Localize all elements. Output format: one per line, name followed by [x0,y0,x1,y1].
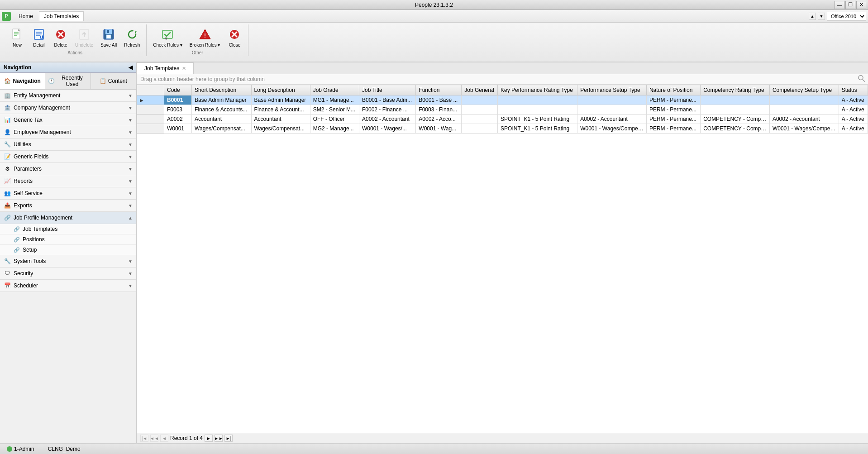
nav-arrow-up[interactable]: ▲ [809,13,816,20]
setup-sub-label: Setup [23,247,37,253]
sidebar-item-system-tools[interactable]: 🔧 System Tools ▼ [0,255,136,268]
menu-tab-job-templates[interactable]: Job Templates [39,11,84,21]
sidebar-item-parameters[interactable]: ⚙ Parameters ▼ [0,163,136,175]
page-next-next-btn[interactable]: ►► [215,435,223,442]
svg-marker-21 [135,31,137,33]
col-comp-rating-type[interactable]: Competency Rating Type [701,85,770,96]
nav-arrow-down[interactable]: ▼ [818,13,825,20]
search-icon[interactable] [858,75,865,82]
status-user[interactable]: 1-Admin [4,444,38,454]
page-next-btn[interactable]: ► [205,435,213,442]
sidebar-item-exports[interactable]: 📤 Exports ▼ [0,200,136,212]
positions-sub-label: Positions [23,236,45,243]
new-button[interactable]: New [7,25,27,49]
detail-icon: i [32,27,46,42]
sidebar-item-security[interactable]: 🛡 Security ▼ [0,268,136,280]
check-rules-button[interactable]: ▾ Check Rules ▾ [150,25,185,49]
cell-perf-setup-3: A0002 - Accountant [577,115,647,124]
menu-tab-home[interactable]: Home [14,11,38,21]
page-last-btn[interactable]: ►| [224,435,233,442]
job-templates-sub-label: Job Templates [23,226,57,232]
delete-icon [53,27,68,42]
page-first-btn[interactable]: |◄ [140,435,148,442]
sidebar-item-reports[interactable]: 📈 Reports ▼ [0,175,136,187]
check-rules-label: Check Rules ▾ [153,43,182,48]
content-tab-job-templates[interactable]: Job Templates ✕ [137,62,194,74]
undelete-button[interactable]: Undelete [72,25,96,49]
cell-job-general-4 [462,124,498,134]
row-arrow-3 [137,115,164,124]
sidebar-tab-navigation[interactable]: 🏠 Navigation [0,73,45,89]
save-all-button[interactable]: Save All [98,25,119,49]
detail-label: Detail [33,43,45,48]
sidebar-item-entity-management[interactable]: 🏢 Entity Management ▼ [0,90,136,102]
system-tools-icon: 🔧 [4,258,11,265]
col-job-title[interactable]: Job Title [359,85,416,96]
nav-items: 🏢 Entity Management ▼ 🏦 Company Manageme… [0,90,136,443]
col-comp-setup-type[interactable]: Competency Setup Type [769,85,839,96]
col-job-general[interactable]: Job General [462,85,498,96]
sidebar-collapse[interactable]: ◀ [129,64,133,71]
entity-management-icon: 🏢 [4,92,11,99]
cell-comp-rating-1 [701,96,770,105]
title-bar: People 23.1.3.2 — ❐ ✕ [0,0,868,10]
col-short-desc[interactable]: Short Description [192,85,251,96]
cell-nature-2: PERM - Permane... [646,105,700,115]
cell-kp-rating-2 [498,105,577,115]
broken-rules-button[interactable]: ! Broken Rules ▾ [187,25,223,49]
col-nature-of-pos[interactable]: Nature of Position [646,85,700,96]
col-code[interactable]: Code [164,85,192,96]
cell-comp-setup-2 [769,105,839,115]
cell-status-1: A - Active [839,96,868,105]
scheduler-label: Scheduler [14,282,38,289]
company-management-chevron: ▼ [128,105,133,110]
table-row[interactable]: A0002 Accountant Accountant OFF - Office… [137,115,868,124]
close-button[interactable]: ✕ [856,1,866,9]
page-prev-prev-btn[interactable]: ◄◄ [150,435,158,442]
sidebar-item-company-management[interactable]: 🏦 Company Management ▼ [0,102,136,114]
office-dropdown[interactable]: Office 2010 [827,12,866,21]
sidebar-item-scheduler[interactable]: 📅 Scheduler ▼ [0,280,136,292]
table-row[interactable]: W0001 Wages/Compensat... Wages/Compensat… [137,124,868,134]
col-kp-rating-type[interactable]: Key Performance Rating Type [498,85,577,96]
content-tab-close[interactable]: ✕ [182,66,186,72]
col-function[interactable]: Function [416,85,462,96]
sidebar-item-generic-tax[interactable]: 📊 Generic Tax ▼ [0,114,136,126]
sidebar-item-job-profile-management[interactable]: 🔗 Job Profile Management ▲ [0,212,136,224]
sidebar-tab-recently-used[interactable]: 🕐 Recently Used [45,73,91,89]
sidebar-item-utilities[interactable]: 🔧 Utilities ▼ [0,139,136,151]
refresh-button[interactable]: Refresh [121,25,143,49]
page-prev-btn[interactable]: ◄ [160,435,168,442]
sidebar-item-self-service[interactable]: 👥 Self Service ▼ [0,187,136,200]
sub-item-job-templates[interactable]: 🔗 Job Templates [0,224,136,234]
table-row[interactable]: ▶ B0001 Base Admin Manager Base Admin Ma… [137,96,868,105]
col-perf-setup-type[interactable]: Performance Setup Type [577,85,647,96]
cell-kp-rating-3: SPOINT_K1 - 5 Point Rating [498,115,577,124]
menu-bar: P Home Job Templates ▲ ▼ Office 2010 [0,10,868,23]
cell-status-3: A - Active [839,115,868,124]
maximize-button[interactable]: ❐ [845,1,855,9]
table-row[interactable]: F0003 Finance & Accounts... Finance & Ac… [137,105,868,115]
sub-item-setup[interactable]: 🔗 Setup [0,245,136,255]
delete-button[interactable]: Delete [51,25,71,49]
col-job-grade[interactable]: Job Grade [310,85,359,96]
cell-code-4: W0001 [164,124,192,134]
svg-text:▾: ▾ [165,35,167,41]
sidebar-tab-content[interactable]: 📋 Content [91,73,136,89]
close-ribbon-button[interactable]: Close [224,25,244,49]
sidebar-item-generic-fields[interactable]: 📝 Generic Fields ▼ [0,151,136,163]
broken-rules-label: Broken Rules ▾ [190,43,220,48]
parameters-chevron: ▼ [128,167,133,172]
col-status[interactable]: Status [839,85,868,96]
other-group-label: Other [192,49,203,55]
sidebar-item-employee-management[interactable]: 👤 Employee Management ▼ [0,126,136,139]
security-icon: 🛡 [4,270,11,277]
self-service-label: Self Service [14,190,43,196]
col-long-desc[interactable]: Long Description [251,85,310,96]
sub-item-positions[interactable]: 🔗 Positions [0,234,136,245]
reports-chevron: ▼ [128,179,133,184]
detail-button[interactable]: i Detail [29,25,49,49]
cell-status-4: A - Active [839,124,868,134]
minimize-button[interactable]: — [835,1,844,9]
status-session[interactable]: CLNG_Demo [45,444,84,454]
